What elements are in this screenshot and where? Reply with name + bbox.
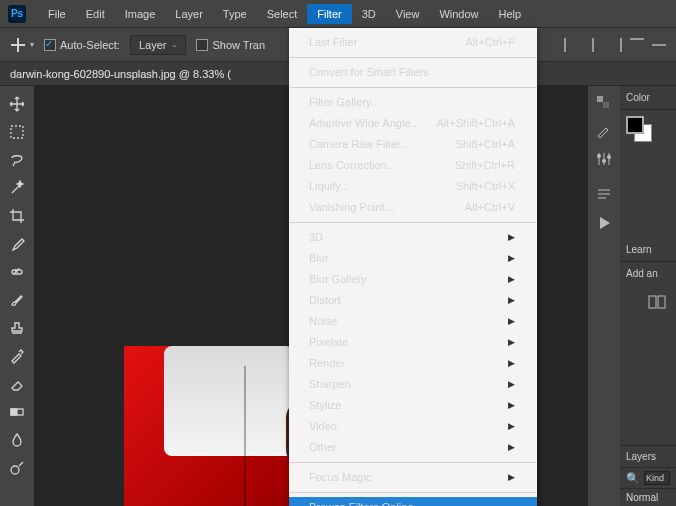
submenu-arrow-icon: ▶: [508, 251, 515, 266]
menu-filter[interactable]: Filter: [307, 4, 351, 24]
show-transform-checkbox[interactable]: Show Tran: [196, 39, 265, 51]
align-right-icon[interactable]: [608, 38, 622, 52]
submenu-arrow-icon: ▶: [508, 335, 515, 350]
menu-help[interactable]: Help: [489, 4, 532, 24]
menu-select[interactable]: Select: [257, 4, 308, 24]
menu-item-last-filter: Last FilterAlt+Ctrl+F: [289, 32, 537, 53]
menu-item-3d[interactable]: 3D▶: [289, 227, 537, 248]
menu-item-noise[interactable]: Noise▶: [289, 311, 537, 332]
kind-filter-input[interactable]: [644, 471, 670, 485]
svg-rect-11: [658, 296, 665, 308]
play-icon[interactable]: [595, 214, 613, 232]
menu-item-adaptive-wide-angle[interactable]: Adaptive Wide Angle...Alt+Shift+Ctrl+A: [289, 113, 537, 134]
layers-panel-header[interactable]: Layers: [620, 446, 676, 467]
align-center-icon[interactable]: [586, 38, 600, 52]
menu-item-browse-filters-online[interactable]: Browse Filters Online...: [289, 497, 537, 506]
submenu-arrow-icon: ▶: [508, 419, 515, 434]
menubar: Ps File Edit Image Layer Type Select Fil…: [0, 0, 676, 28]
menu-separator: [290, 87, 536, 88]
menu-separator: [290, 222, 536, 223]
adjustments-icon[interactable]: [595, 150, 613, 168]
move-tool-icon[interactable]: ▾: [10, 38, 34, 52]
menu-item-pixelate[interactable]: Pixelate▶: [289, 332, 537, 353]
color-panel-header[interactable]: Color: [620, 86, 676, 110]
crop-tool[interactable]: [3, 204, 31, 228]
menu-item-label: Liquify...: [309, 179, 349, 194]
menu-view[interactable]: View: [386, 4, 430, 24]
menu-edit[interactable]: Edit: [76, 4, 115, 24]
submenu-arrow-icon: ▶: [508, 230, 515, 245]
menu-item-shortcut: Shift+Ctrl+X: [456, 179, 515, 194]
menu-item-other[interactable]: Other▶: [289, 437, 537, 458]
menu-item-camera-raw-filter[interactable]: Camera Raw Filter...Shift+Ctrl+A: [289, 134, 537, 155]
swatches-icon[interactable]: [595, 94, 613, 112]
menu-item-distort[interactable]: Distort▶: [289, 290, 537, 311]
menu-item-label: Browse Filters Online...: [309, 500, 423, 506]
layers-panel: Layers 🔍 Normal: [620, 445, 676, 506]
menu-item-sharpen[interactable]: Sharpen▶: [289, 374, 537, 395]
eyedropper-tool[interactable]: [3, 232, 31, 256]
menu-separator: [290, 57, 536, 58]
svg-point-8: [602, 159, 606, 163]
dodge-tool[interactable]: [3, 456, 31, 480]
menu-item-blur[interactable]: Blur▶: [289, 248, 537, 269]
menu-type[interactable]: Type: [213, 4, 257, 24]
menu-item-focus-magic[interactable]: Focus Magic▶: [289, 467, 537, 488]
blend-mode-dropdown[interactable]: Normal: [620, 489, 676, 506]
menu-file[interactable]: File: [38, 4, 76, 24]
menu-item-video[interactable]: Video▶: [289, 416, 537, 437]
brush-panel-icon[interactable]: [595, 122, 613, 140]
menu-item-label: Filter Gallery...: [309, 95, 380, 110]
menu-item-lens-correction[interactable]: Lens Correction...Shift+Ctrl+R: [289, 155, 537, 176]
submenu-arrow-icon: ▶: [508, 377, 515, 392]
menu-item-vanishing-point[interactable]: Vanishing Point...Alt+Ctrl+V: [289, 197, 537, 218]
stamp-tool[interactable]: [3, 316, 31, 340]
auto-select-checkbox[interactable]: Auto-Select:: [44, 39, 120, 51]
menu-item-label: Focus Magic: [309, 470, 371, 485]
menu-item-label: Noise: [309, 314, 337, 329]
document-tab[interactable]: darwin-kong-602890-unsplash.jpg @ 8.33% …: [10, 68, 231, 80]
chevron-down-icon: ▾: [30, 40, 34, 49]
menu-3d[interactable]: 3D: [352, 4, 386, 24]
foreground-color-swatch[interactable]: [626, 116, 644, 134]
eraser-tool[interactable]: [3, 372, 31, 396]
menu-item-label: Render: [309, 356, 345, 371]
menu-layer[interactable]: Layer: [165, 4, 213, 24]
learn-panel-header[interactable]: Learn: [620, 238, 676, 262]
menu-item-convert-for-smart-filters[interactable]: Convert for Smart Filters: [289, 62, 537, 83]
move-tool[interactable]: [3, 92, 31, 116]
layer-dropdown[interactable]: Layer ⌵: [130, 35, 187, 55]
search-icon[interactable]: 🔍: [626, 472, 640, 485]
color-swatches[interactable]: [620, 110, 676, 148]
menu-item-shortcut: Shift+Ctrl+A: [456, 137, 515, 152]
menu-window[interactable]: Window: [429, 4, 488, 24]
right-panels: Color Learn Add an Layers 🔍 Normal: [588, 86, 676, 506]
addons-panel-header[interactable]: Add an: [620, 262, 676, 285]
svg-rect-3: [11, 409, 17, 415]
menu-item-filter-gallery[interactable]: Filter Gallery...: [289, 92, 537, 113]
marquee-tool[interactable]: [3, 120, 31, 144]
menu-item-render[interactable]: Render▶: [289, 353, 537, 374]
menu-item-stylize[interactable]: Stylize▶: [289, 395, 537, 416]
history-brush-tool[interactable]: [3, 344, 31, 368]
svg-rect-0: [11, 126, 23, 138]
align-left-icon[interactable]: [564, 38, 578, 52]
blur-tool[interactable]: [3, 428, 31, 452]
svg-rect-10: [649, 296, 656, 308]
menu-item-liquify[interactable]: Liquify...Shift+Ctrl+X: [289, 176, 537, 197]
menu-item-blur-gallery[interactable]: Blur Gallery▶: [289, 269, 537, 290]
align-top-icon[interactable]: [630, 38, 644, 52]
lasso-tool[interactable]: [3, 148, 31, 172]
align-middle-icon[interactable]: [652, 38, 666, 52]
menu-item-label: Adaptive Wide Angle...: [309, 116, 420, 131]
gradient-tool[interactable]: [3, 400, 31, 424]
window-icon[interactable]: [648, 295, 666, 309]
tools-toolbar: [0, 86, 34, 506]
menu-image[interactable]: Image: [115, 4, 166, 24]
menu-item-label: Last Filter: [309, 35, 357, 50]
submenu-arrow-icon: ▶: [508, 398, 515, 413]
brush-tool[interactable]: [3, 288, 31, 312]
wand-tool[interactable]: [3, 176, 31, 200]
heal-tool[interactable]: [3, 260, 31, 284]
paragraph-icon[interactable]: [595, 186, 613, 204]
